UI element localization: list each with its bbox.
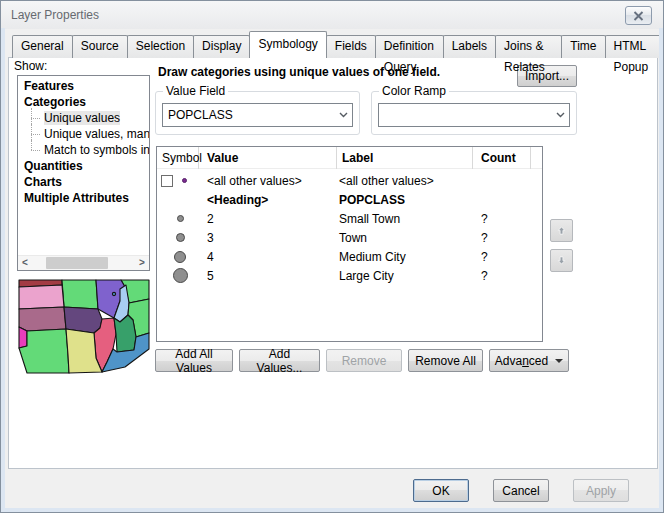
- color-ramp-group: Color Ramp: [371, 91, 577, 135]
- value-field-combobox[interactable]: POPCLASS: [162, 103, 353, 127]
- all-other-values-checkbox[interactable]: [161, 175, 173, 187]
- tab-display[interactable]: Display: [193, 35, 250, 58]
- apply-button[interactable]: Apply: [573, 479, 629, 502]
- point-symbol[interactable]: [174, 251, 186, 263]
- table-row-heading[interactable]: <Heading> POPCLASS: [157, 190, 542, 209]
- table-row-medium-city[interactable]: 4 Medium City ?: [157, 247, 542, 266]
- show-item-unique-values[interactable]: Unique values: [18, 110, 149, 126]
- tab-time[interactable]: Time: [561, 35, 605, 58]
- categories-table: Symbol Value Label Count <all other valu…: [156, 146, 543, 342]
- tab-html-popup[interactable]: HTML Popup: [605, 35, 664, 58]
- scrollbar-track[interactable]: [32, 256, 135, 271]
- all-other-values-symbol[interactable]: [182, 178, 187, 183]
- symbology-tab-page: Show: Features Categories Unique values …: [8, 57, 658, 469]
- advanced-button[interactable]: Advanced: [489, 349, 569, 372]
- table-row-small-town[interactable]: 2 Small Town ?: [157, 209, 542, 228]
- table-row-all-other-values[interactable]: <all other values> <all other values>: [157, 171, 542, 190]
- move-up-button[interactable]: [550, 219, 573, 242]
- scroll-right-icon[interactable]: >: [135, 256, 149, 270]
- header-count[interactable]: Count: [473, 147, 531, 169]
- tab-definition-query[interactable]: Definition Query: [375, 35, 444, 58]
- add-values-button[interactable]: Add Values...: [239, 349, 320, 372]
- scrollbar-thumb[interactable]: [46, 257, 108, 269]
- table-row-town[interactable]: 3 Town ?: [157, 228, 542, 247]
- dropdown-caret-icon: [555, 359, 563, 363]
- cancel-button[interactable]: Cancel: [493, 479, 549, 502]
- show-item-quantities[interactable]: Quantities: [18, 158, 149, 174]
- advanced-button-label: Advanced: [495, 354, 548, 368]
- map-preview-image: [17, 279, 150, 374]
- show-label: Show:: [14, 59, 47, 73]
- window-title: Layer Properties: [11, 8, 99, 22]
- show-tree: Features Categories Unique values Unique…: [18, 76, 149, 206]
- point-symbol[interactable]: [176, 233, 185, 242]
- tab-joins-relates[interactable]: Joins & Relates: [495, 35, 562, 58]
- header-value[interactable]: Value: [199, 147, 337, 169]
- arrow-up-icon: [557, 222, 566, 239]
- scroll-left-icon[interactable]: <: [18, 256, 32, 270]
- point-symbol[interactable]: [173, 268, 188, 283]
- tab-bar: General Source Selection Display Symbolo…: [12, 33, 663, 58]
- layer-properties-dialog: Layer Properties General Source Selectio…: [0, 0, 664, 513]
- chevron-down-icon[interactable]: [551, 112, 569, 118]
- tree-horizontal-scrollbar[interactable]: < >: [18, 255, 149, 270]
- show-item-categories[interactable]: Categories: [18, 94, 149, 110]
- arrow-down-icon: [557, 252, 566, 269]
- color-ramp-swatch: [382, 106, 551, 124]
- move-down-button[interactable]: [550, 249, 573, 272]
- color-ramp-label: Color Ramp: [379, 84, 449, 98]
- header-symbol[interactable]: Symbol: [157, 147, 199, 169]
- table-header-row: Symbol Value Label Count: [157, 147, 542, 169]
- map-preview: [17, 279, 150, 374]
- chevron-down-icon[interactable]: [334, 112, 352, 118]
- value-field-value: POPCLASS: [163, 108, 334, 122]
- tab-selection[interactable]: Selection: [127, 35, 194, 58]
- show-item-features[interactable]: Features: [18, 78, 149, 94]
- title-bar: Layer Properties: [1, 1, 663, 29]
- remove-all-button[interactable]: Remove All: [408, 349, 483, 372]
- show-item-match-symbols[interactable]: Match to symbols in a: [18, 142, 149, 158]
- tab-fields[interactable]: Fields: [326, 35, 376, 58]
- show-item-unique-values-many[interactable]: Unique values, many: [18, 126, 149, 142]
- color-ramp-combobox[interactable]: [378, 103, 570, 127]
- tab-labels[interactable]: Labels: [443, 35, 496, 58]
- table-row-large-city[interactable]: 5 Large City ?: [157, 266, 542, 285]
- show-listbox: Features Categories Unique values Unique…: [17, 75, 150, 271]
- close-button[interactable]: [625, 6, 652, 25]
- tab-symbology[interactable]: Symbology: [249, 31, 326, 58]
- value-field-label: Value Field: [163, 84, 228, 98]
- show-item-multiple-attributes[interactable]: Multiple Attributes: [18, 190, 149, 206]
- close-icon: [633, 11, 644, 21]
- header-label[interactable]: Label: [337, 147, 473, 169]
- remove-button[interactable]: Remove: [326, 349, 402, 372]
- tab-general[interactable]: General: [12, 35, 73, 58]
- ok-button[interactable]: OK: [413, 479, 469, 502]
- point-symbol[interactable]: [177, 215, 184, 222]
- value-field-group: Value Field POPCLASS: [155, 91, 360, 135]
- show-item-charts[interactable]: Charts: [18, 174, 149, 190]
- tab-source[interactable]: Source: [72, 35, 128, 58]
- add-all-values-button[interactable]: Add All Values: [155, 349, 233, 372]
